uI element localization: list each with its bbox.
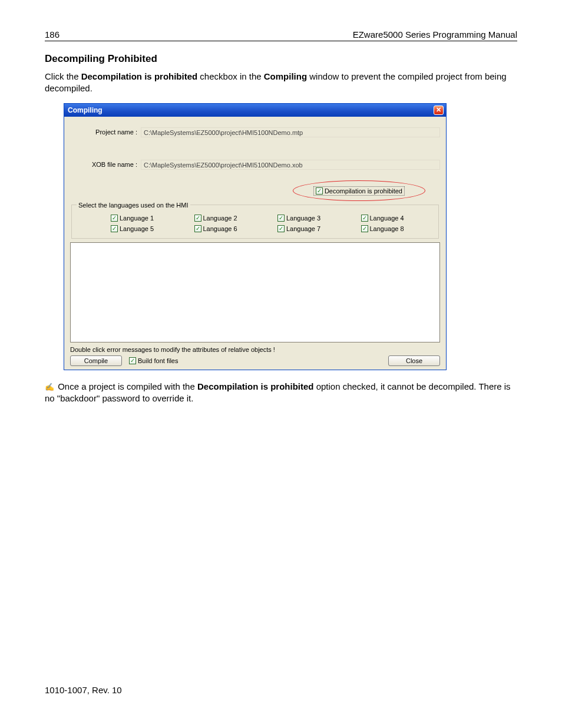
note-bold: Decompilation is prohibited xyxy=(197,381,314,391)
check-icon: ✓ xyxy=(277,225,285,232)
doc-title: EZware5000 Series Programming Manual xyxy=(353,29,517,39)
language-7-label: Language 7 xyxy=(286,225,320,232)
close-button[interactable]: Close xyxy=(388,355,440,366)
language-fieldset: Select the languages used on the HMI ✓La… xyxy=(71,202,439,239)
language-5-checkbox[interactable]: ✓Language 5 xyxy=(111,225,183,232)
page-number: 186 xyxy=(45,29,59,39)
language-2-checkbox[interactable]: ✓Language 2 xyxy=(194,215,266,222)
language-5-label: Language 5 xyxy=(120,225,154,232)
check-icon: ✓ xyxy=(129,357,136,364)
para1-bold1: Decompilation is prohibited xyxy=(81,71,198,81)
dialog-title: Compiling xyxy=(68,106,103,114)
check-icon: ✓ xyxy=(361,215,368,222)
para1-pre: Click the xyxy=(45,71,81,81)
note-pre: Once a project is compiled with the xyxy=(55,381,197,391)
project-name-field: C:\MapleSystems\EZ5000\project\HMI5100ND… xyxy=(141,127,440,137)
note-paragraph: ✍ Once a project is compiled with the De… xyxy=(45,381,517,405)
check-icon: ✓ xyxy=(194,215,201,222)
check-icon: ✓ xyxy=(277,215,285,222)
decompilation-prohibited-checkbox[interactable]: ✓ Decompilation is prohibited xyxy=(313,186,405,196)
note-icon: ✍ xyxy=(45,382,54,393)
double-click-hint: Double click error messages to modify th… xyxy=(70,346,440,353)
language-8-label: Language 8 xyxy=(370,225,404,232)
build-font-files-label: Build font files xyxy=(138,357,178,364)
intro-paragraph: Click the Decompilation is prohibited ch… xyxy=(45,71,517,95)
language-1-checkbox[interactable]: ✓Language 1 xyxy=(111,215,183,222)
language-3-checkbox[interactable]: ✓Language 3 xyxy=(277,215,349,222)
language-4-checkbox[interactable]: ✓Language 4 xyxy=(361,215,433,222)
xob-file-field: C:\MapleSystems\EZ5000\project\HMI5100ND… xyxy=(141,160,440,170)
language-6-checkbox[interactable]: ✓Language 6 xyxy=(194,225,266,232)
xob-file-label: XOB file name : xyxy=(70,161,141,168)
project-name-label: Project name : xyxy=(70,129,141,136)
language-4-label: Language 4 xyxy=(370,215,404,222)
para1-mid: checkbox in the xyxy=(197,71,264,81)
para1-bold2: Compiling xyxy=(264,71,307,81)
decompilation-prohibited-label: Decompilation is prohibited xyxy=(325,187,402,195)
language-8-checkbox[interactable]: ✓Language 8 xyxy=(361,225,433,232)
check-icon: ✓ xyxy=(111,225,118,232)
check-icon: ✓ xyxy=(316,187,323,195)
language-legend: Select the languages used on the HMI xyxy=(77,202,190,209)
compile-button[interactable]: Compile xyxy=(70,355,122,366)
build-font-files-checkbox[interactable]: ✓ Build font files xyxy=(129,357,178,364)
output-area xyxy=(70,242,440,342)
section-heading: Decompiling Prohibited xyxy=(45,53,517,65)
language-1-label: Language 1 xyxy=(120,215,154,222)
check-icon: ✓ xyxy=(194,225,201,232)
language-6-label: Language 6 xyxy=(203,225,237,232)
compiling-dialog: Compiling ✕ Project name : C:\MapleSyste… xyxy=(64,103,447,370)
check-icon: ✓ xyxy=(111,215,118,222)
language-3-label: Language 3 xyxy=(286,215,320,222)
check-icon: ✓ xyxy=(361,225,368,232)
language-2-label: Language 2 xyxy=(203,215,237,222)
language-7-checkbox[interactable]: ✓Language 7 xyxy=(277,225,349,232)
doc-revision: 1010-1007, Rev. 10 xyxy=(45,685,122,695)
close-icon[interactable]: ✕ xyxy=(434,106,444,115)
